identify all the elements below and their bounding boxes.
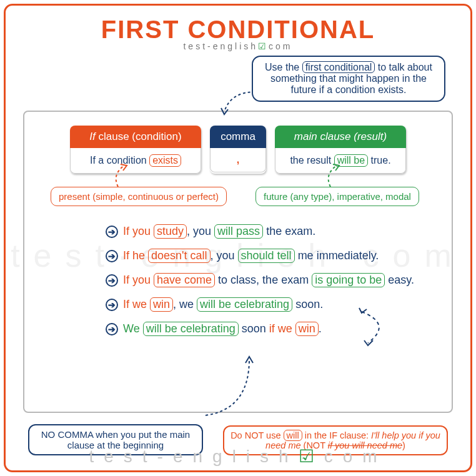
arrow-bullet-icon: ➔ — [106, 226, 118, 238]
example-line: ➔If you study, you will pass the exam. — [106, 224, 445, 239]
comma-card: comma , — [210, 126, 266, 174]
arrow-bullet-icon: ➔ — [106, 323, 118, 335]
if-clause-card: If clause (condition) If a condition exi… — [70, 126, 201, 174]
examples-list: ➔If you study, you will pass the exam.➔I… — [106, 224, 445, 346]
arrow-bullet-icon: ➔ — [106, 274, 118, 287]
footer-logo: test-english☑com — [6, 446, 470, 467]
example-line: ➔If you have come to class, the exam is … — [106, 273, 445, 287]
subtitle-logo: test-english☑com — [6, 41, 470, 51]
tense-orange-box: present (simple, continuous or perfect) — [51, 187, 227, 206]
page-title: FIRST CONDITIONAL — [6, 16, 470, 44]
main-clause-card: main clause (result) the result will be … — [275, 126, 406, 174]
example-line: ➔If he doesn't call, you should tell me … — [106, 249, 445, 263]
arrow-bullet-icon: ➔ — [106, 299, 118, 311]
intro-callout: Use the first conditional to talk about … — [252, 56, 445, 102]
frame: FIRST CONDITIONAL test-english☑com Use t… — [4, 4, 472, 472]
tense-green-box: future (any type), imperative, modal — [255, 187, 419, 206]
example-line: ➔We will be celebrating soon if we win. — [106, 322, 445, 336]
arrow-bullet-icon: ➔ — [106, 250, 118, 262]
example-line: ➔If we win, we will be celebrating soon. — [106, 297, 445, 312]
